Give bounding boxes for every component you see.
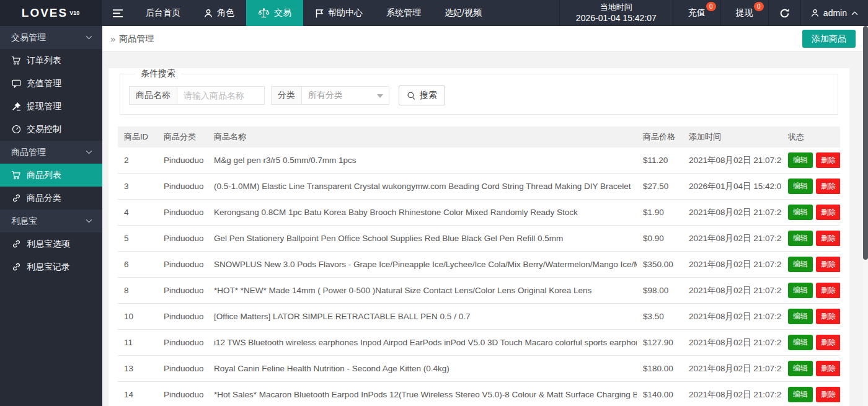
nav-item-dashboard[interactable]: 后台首页 — [134, 0, 192, 26]
cell-product-name: Gel Pen Stationery Ballpoint Pen Office … — [208, 226, 637, 252]
sidebar-item-interest-records[interactable]: 利息宝记录 — [0, 255, 102, 278]
edit-button[interactable]: 编辑 — [788, 361, 813, 376]
delete-button[interactable]: 删除 — [816, 335, 840, 350]
edit-button[interactable]: 编辑 — [788, 309, 813, 324]
nav-item-roles[interactable]: 角色 — [192, 0, 246, 26]
delete-button[interactable]: 删除 — [816, 179, 840, 194]
cell-product-category: Pinduoduo — [157, 200, 208, 226]
cell-status: 编辑删除 — [782, 226, 840, 252]
table-header-row: 商品ID商品分类商品名称商品价格添加时间状态 — [118, 126, 840, 148]
cell-added-time: 2021年08月02日 21:07:29 — [683, 226, 782, 252]
delete-button[interactable]: 删除 — [816, 309, 840, 324]
product-name-input[interactable] — [177, 86, 265, 105]
sidebar-item-withdraw-management[interactable]: 提现管理 — [0, 95, 102, 118]
sidebar-group-interest-treasure[interactable]: 利息宝 — [0, 210, 102, 232]
sidebar-group-trade-management[interactable]: 交易管理 — [0, 26, 102, 49]
cell-product-price: $350.00 — [637, 252, 683, 278]
cell-product-id: 10 — [118, 304, 157, 330]
scrollbar-thumb[interactable] — [863, 26, 868, 260]
nav-item-help-center[interactable]: 帮助中心 — [303, 0, 374, 26]
add-product-button[interactable]: 添加商品 — [802, 30, 856, 48]
sidebar-item-label: 利息宝记录 — [27, 262, 70, 273]
table-header-cell: 添加时间 — [683, 126, 782, 148]
edit-button[interactable]: 编辑 — [788, 335, 813, 350]
chevron-down-icon — [86, 219, 92, 223]
cell-product-price: $3.50 — [637, 304, 683, 330]
nav-item-label: 帮助中心 — [328, 7, 363, 19]
sidebar: 交易管理 订单列表 充值管理 提现管理 交易控制 商品管理 商品列表 — [0, 26, 102, 406]
cell-status: 编辑删除 — [782, 330, 840, 356]
nav-item-video[interactable]: 选妃/视频 — [433, 0, 494, 26]
delete-button[interactable]: 删除 — [816, 231, 840, 246]
gauge-icon — [11, 125, 21, 134]
cell-product-id: 6 — [118, 252, 157, 278]
cell-product-name: i12 TWS Bluetooth wireless earphones Inp… — [208, 330, 637, 356]
sidebar-toggle-button[interactable] — [102, 0, 134, 26]
breadcrumb-arrow-icon: » — [110, 33, 115, 44]
cell-product-id: 13 — [118, 356, 157, 382]
product-table-wrap: 商品ID商品分类商品名称商品价格添加时间状态 2 Pinduoduo M&g g… — [118, 126, 840, 406]
table-row: 10 Pinduoduo [Office Matters] LATOR SIMP… — [118, 304, 840, 330]
table-row: 13 Pinduoduo Royal Canin Feline Health N… — [118, 356, 840, 382]
cell-product-category: Pinduoduo — [157, 174, 208, 200]
cell-status: 编辑删除 — [782, 382, 840, 406]
sidebar-item-product-category[interactable]: 商品分类 — [0, 187, 102, 210]
search-panel: 条件搜索 商品名称 分类 所有分类 — [120, 68, 838, 115]
category-select[interactable]: 所有分类 — [301, 86, 389, 105]
category-group: 分类 所有分类 — [271, 86, 389, 105]
delete-button[interactable]: 删除 — [816, 283, 840, 298]
admin-menu[interactable]: admin — [800, 0, 868, 26]
cell-product-price: $1.90 — [637, 200, 683, 226]
nav-item-label: 后台首页 — [146, 7, 180, 19]
product-table: 商品ID商品分类商品名称商品价格添加时间状态 2 Pinduoduo M&g g… — [118, 126, 840, 406]
cell-added-time: 2021年08月02日 21:07:29 — [683, 382, 782, 406]
table-body: 2 Pinduoduo M&g gel pen r3/r5 0.5mm/0.7m… — [118, 148, 840, 406]
cell-added-time: 2021年08月02日 21:07:29 — [683, 148, 782, 174]
cell-product-name: Kerongsang 0.8CM 1pc Batu Korea Baby Bro… — [208, 200, 637, 226]
sidebar-item-order-list[interactable]: 订单列表 — [0, 49, 102, 72]
comment-icon — [11, 79, 21, 88]
edit-button[interactable]: 编辑 — [788, 231, 813, 246]
edit-button[interactable]: 编辑 — [788, 283, 813, 298]
edit-button[interactable]: 编辑 — [788, 152, 813, 168]
sidebar-group-product-management[interactable]: 商品管理 — [0, 141, 102, 164]
chevron-up-icon — [851, 11, 858, 15]
table-header-cell: 商品名称 — [208, 126, 637, 148]
sidebar-item-label: 商品分类 — [27, 193, 61, 204]
nav-item-label: 交易 — [274, 7, 291, 19]
cell-added-time: 2021年08月02日 21:07:29 — [683, 304, 782, 330]
app-logo-text: LOVES — [22, 6, 68, 20]
delete-button[interactable]: 删除 — [816, 205, 840, 220]
user-icon — [811, 9, 819, 17]
sidebar-item-recharge-management[interactable]: 充值管理 — [0, 72, 102, 95]
cell-product-id: 8 — [118, 278, 157, 304]
edit-button[interactable]: 编辑 — [788, 257, 813, 272]
delete-button[interactable]: 删除 — [816, 257, 840, 272]
sidebar-item-trade-control[interactable]: 交易控制 — [0, 118, 102, 141]
recharge-label: 充值 — [688, 7, 706, 19]
edit-button[interactable]: 编辑 — [788, 387, 813, 402]
category-selected-value: 所有分类 — [308, 90, 343, 101]
delete-button[interactable]: 删除 — [816, 387, 840, 402]
sidebar-group-label: 利息宝 — [11, 216, 37, 227]
scales-icon — [258, 8, 270, 19]
edit-button[interactable]: 编辑 — [788, 179, 813, 194]
cell-added-time: 2021年08月02日 21:07:29 — [683, 200, 782, 226]
delete-button[interactable]: 删除 — [816, 152, 840, 168]
delete-button[interactable]: 删除 — [816, 361, 840, 376]
sidebar-item-product-list[interactable]: 商品列表 — [0, 164, 102, 187]
product-name-group: 商品名称 — [129, 86, 265, 105]
sidebar-item-interest-options[interactable]: 利息宝选项 — [0, 232, 102, 255]
edit-button[interactable]: 编辑 — [788, 205, 813, 220]
search-button[interactable]: 搜索 — [399, 86, 445, 105]
cell-status: 编辑删除 — [782, 200, 840, 226]
withdraw-nav-button[interactable]: 提现 0 — [720, 0, 768, 26]
cell-product-price: $140.00 — [637, 382, 683, 406]
cell-status: 编辑删除 — [782, 252, 840, 278]
refresh-button[interactable] — [768, 0, 800, 26]
cell-product-category: Pinduoduo — [157, 330, 208, 356]
recharge-nav-button[interactable]: 充值 0 — [673, 0, 720, 26]
cell-added-time: 2021年08月02日 21:07:29 — [683, 356, 782, 382]
nav-item-system[interactable]: 系统管理 — [374, 0, 433, 26]
nav-item-trade[interactable]: 交易 — [246, 0, 303, 26]
